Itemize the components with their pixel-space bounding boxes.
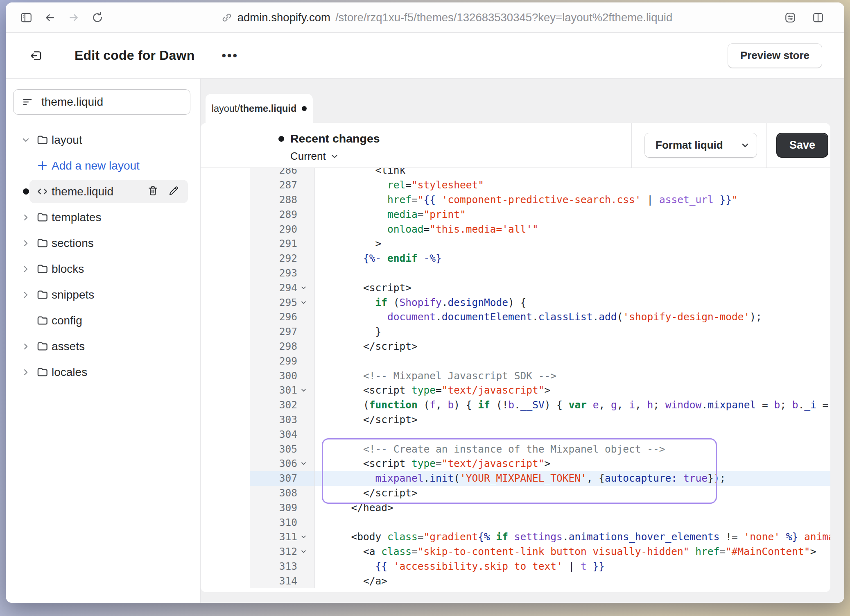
tree-item-locales[interactable]: locales [13,359,190,385]
line-gutter: 291 [250,236,315,251]
header-divider [766,123,767,168]
code-line-text: </script> [315,486,830,500]
gutter-margin [201,295,250,310]
filter-icon [22,96,33,108]
line-number: 288 [279,194,297,206]
code-line-305[interactable]: 305 <!-- Create an instance of the Mixpa… [201,442,830,456]
extensions-icon[interactable] [781,9,799,27]
preview-store-button[interactable]: Preview store [728,43,822,68]
line-gutter: 287 [250,178,315,192]
tree-item-assets[interactable]: assets [13,333,190,359]
gutter-margin [201,353,250,368]
code-line-308[interactable]: 308 </script> [201,486,830,500]
code-line-295[interactable]: 295 if (Shopify.designMode) { [201,295,830,310]
fold-chevron-icon[interactable] [300,533,310,541]
tree-item-templates[interactable]: templates [13,204,190,230]
code-line-290[interactable]: 290 onload="this.media='all'" [201,222,830,236]
tree-item-layout[interactable]: layout [13,127,190,153]
line-number: 310 [279,516,297,528]
line-number: 296 [279,311,297,323]
code-line-303[interactable]: 303 </script> [201,412,830,427]
line-number: 309 [279,502,297,514]
code-line-text: <link [315,168,830,178]
gutter-margin [201,544,250,559]
code-line-301[interactable]: 301 <script type="text/javascript"> [201,383,830,398]
plus-icon [33,160,52,172]
gutter-margin [201,168,250,178]
code-editor[interactable]: 286 <link287 rel="stylesheet"288 href="{… [201,168,830,592]
code-line-286[interactable]: 286 <link [201,168,830,178]
gutter-margin [201,266,250,281]
code-line-291[interactable]: 291 > [201,236,830,251]
tab-theme-liquid[interactable]: layout/theme.liquid [206,94,313,123]
code-line-292[interactable]: 292 {%- endif -%} [201,251,830,266]
fold-chevron-icon[interactable] [300,284,310,292]
code-line-text [315,266,830,281]
chevron-right-icon[interactable] [19,290,33,299]
code-line-307[interactable]: 307 mixpanel.init('YOUR_MIXPANEL_TOKEN',… [201,471,830,486]
code-line-293[interactable]: 293 [201,266,830,281]
line-gutter: 303 [250,412,315,427]
code-line-313[interactable]: 313 {{ 'accessibility.skip_to_text' | t … [201,559,830,574]
gutter-margin [201,178,250,192]
chevron-right-icon[interactable] [19,213,33,222]
address-bar[interactable]: admin.shopify.com/store/rzq1xu-f5/themes… [112,11,781,24]
tree-item-theme-liquid[interactable]: theme.liquid [13,179,190,204]
tree-item-snippets[interactable]: snippets [13,282,190,308]
trash-icon[interactable] [147,185,159,198]
code-line-306[interactable]: 306 <script type="text/javascript"> [201,456,830,471]
code-line-299[interactable]: 299 [201,353,830,368]
code-line-294[interactable]: 294 <script> [201,280,830,295]
line-gutter: 302 [250,398,315,412]
code-line-288[interactable]: 288 href="{{ 'component-predictive-searc… [201,192,830,207]
code-line-309[interactable]: 309 </head> [201,500,830,515]
code-line-300[interactable]: 300 <!-- Mixpanel Javascript SDK --> [201,368,830,383]
code-line-298[interactable]: 298 </script> [201,339,830,354]
format-liquid-button[interactable]: Format liquid [645,133,734,157]
chevron-down-icon[interactable] [19,136,33,145]
code-line-311[interactable]: 311 <body class="gradient{% if settings.… [201,530,830,544]
code-line-302[interactable]: 302 (function (f, b) { if (!b.__SV) { va… [201,398,830,412]
fold-chevron-icon[interactable] [300,386,310,394]
code-line-312[interactable]: 312 <a class="skip-to-content-link butto… [201,544,830,559]
code-line-296[interactable]: 296 document.documentElement.classList.a… [201,310,830,324]
code-line-289[interactable]: 289 media="print" [201,207,830,222]
add-layout-link[interactable]: Add a new layout [13,153,190,179]
format-options-button[interactable] [734,133,757,157]
line-number: 290 [279,223,297,235]
version-dropdown[interactable]: Current [290,150,339,163]
line-gutter: 300 [250,368,315,383]
pencil-icon[interactable] [168,185,180,198]
split-view-icon[interactable] [809,9,827,27]
fold-chevron-icon[interactable] [300,460,310,467]
fold-chevron-icon[interactable] [300,548,310,555]
chevron-right-icon[interactable] [19,368,33,377]
code-line-304[interactable]: 304 [201,427,830,442]
file-filter[interactable] [13,89,190,115]
exit-editor-icon[interactable] [27,46,46,65]
sidebar-toggle-icon[interactable] [17,9,35,27]
line-number: 305 [279,443,297,455]
code-line-text: href="{{ 'component-predictive-search.cs… [315,192,830,207]
tree-item-blocks[interactable]: blocks [13,256,190,282]
line-gutter: 309 [250,500,315,515]
file-filter-input[interactable] [41,95,182,109]
gutter-margin [201,412,250,427]
code-line-text: </script> [315,339,830,354]
code-line-297[interactable]: 297 } [201,324,830,339]
line-gutter: 308 [250,486,315,500]
chevron-right-icon[interactable] [19,239,33,248]
more-actions-button[interactable]: ••• [222,50,238,62]
reload-icon[interactable] [88,9,106,27]
code-line-314[interactable]: 314 </a> [201,573,830,588]
line-number: 304 [279,428,297,440]
tree-item-sections[interactable]: sections [13,230,190,256]
back-icon[interactable] [41,9,59,27]
tree-item-config[interactable]: config [13,308,190,333]
fold-chevron-icon[interactable] [300,299,310,306]
chevron-right-icon[interactable] [19,342,33,351]
code-line-287[interactable]: 287 rel="stylesheet" [201,178,830,192]
chevron-right-icon[interactable] [19,265,33,274]
save-button[interactable]: Save [776,133,828,158]
code-line-310[interactable]: 310 [201,515,830,530]
